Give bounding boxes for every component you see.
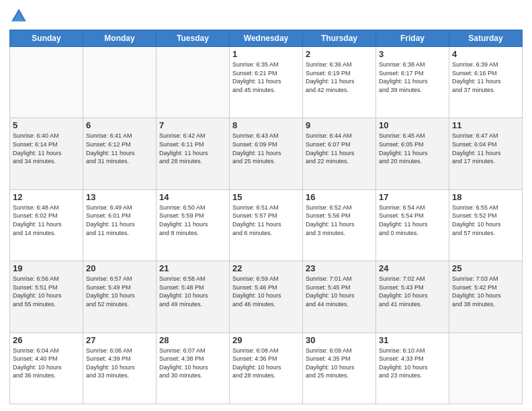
day-info: Sunrise: 6:54 AM Sunset: 5:54 PM Dayligh… — [379, 203, 446, 237]
day-info: Sunrise: 6:49 AM Sunset: 6:01 PM Dayligh… — [86, 203, 153, 237]
day-info: Sunrise: 6:43 AM Sunset: 6:09 PM Dayligh… — [232, 132, 300, 165]
day-number: 5 — [13, 120, 80, 130]
day-info: Sunrise: 6:42 AM Sunset: 6:11 PM Dayligh… — [159, 132, 226, 165]
day-number: 31 — [379, 335, 446, 345]
day-info: Sunrise: 6:08 AM Sunset: 4:36 PM Dayligh… — [232, 347, 300, 380]
day-info: Sunrise: 7:02 AM Sunset: 5:43 PM Dayligh… — [379, 275, 446, 308]
calendar-week-row: 5Sunrise: 6:40 AM Sunset: 6:14 PM Daylig… — [10, 118, 523, 189]
calendar-cell: 7Sunrise: 6:42 AM Sunset: 6:11 PM Daylig… — [157, 118, 230, 189]
day-info: Sunrise: 6:57 AM Sunset: 5:49 PM Dayligh… — [86, 275, 153, 308]
day-number: 24 — [379, 263, 446, 273]
calendar-week-row: 12Sunrise: 6:48 AM Sunset: 6:02 PM Dayli… — [10, 189, 523, 261]
day-info: Sunrise: 6:04 AM Sunset: 4:40 PM Dayligh… — [13, 347, 80, 380]
th-thursday: Thursday — [303, 30, 376, 47]
calendar-cell: 8Sunrise: 6:43 AM Sunset: 6:09 PM Daylig… — [230, 118, 303, 189]
day-info: Sunrise: 6:06 AM Sunset: 4:39 PM Dayligh… — [86, 347, 153, 380]
header — [9, 7, 523, 26]
calendar-cell: 30Sunrise: 6:09 AM Sunset: 4:35 PM Dayli… — [303, 332, 376, 404]
day-number: 28 — [159, 335, 226, 345]
day-number: 18 — [452, 192, 519, 202]
day-number: 14 — [159, 192, 226, 202]
day-number: 27 — [86, 335, 153, 345]
day-number: 29 — [232, 335, 300, 345]
calendar-cell: 29Sunrise: 6:08 AM Sunset: 4:36 PM Dayli… — [230, 332, 303, 404]
day-info: Sunrise: 6:55 AM Sunset: 5:52 PM Dayligh… — [452, 203, 519, 237]
calendar-cell — [157, 47, 230, 118]
day-number: 3 — [379, 49, 446, 59]
day-number: 21 — [159, 263, 226, 273]
day-number: 6 — [86, 120, 153, 130]
calendar-cell: 19Sunrise: 6:56 AM Sunset: 5:51 PM Dayli… — [10, 261, 83, 332]
page: Sunday Monday Tuesday Wednesday Thursday… — [0, 0, 532, 411]
day-info: Sunrise: 6:36 AM Sunset: 6:19 PM Dayligh… — [306, 60, 373, 94]
calendar-cell: 22Sunrise: 6:59 AM Sunset: 5:46 PM Dayli… — [230, 261, 303, 332]
calendar-week-row: 1Sunrise: 6:35 AM Sunset: 6:21 PM Daylig… — [10, 47, 523, 118]
day-info: Sunrise: 6:56 AM Sunset: 5:51 PM Dayligh… — [13, 275, 80, 308]
day-number: 23 — [306, 263, 373, 273]
day-number: 12 — [13, 192, 80, 202]
day-number: 26 — [13, 335, 80, 345]
calendar-cell: 28Sunrise: 6:07 AM Sunset: 4:38 PM Dayli… — [157, 332, 230, 404]
day-number: 17 — [379, 192, 446, 202]
calendar-cell: 25Sunrise: 7:03 AM Sunset: 5:42 PM Dayli… — [449, 261, 523, 332]
day-info: Sunrise: 7:01 AM Sunset: 5:45 PM Dayligh… — [306, 275, 373, 308]
day-info: Sunrise: 6:52 AM Sunset: 5:56 PM Dayligh… — [306, 203, 373, 237]
calendar-cell: 31Sunrise: 6:10 AM Sunset: 4:33 PM Dayli… — [376, 332, 449, 404]
calendar-cell: 27Sunrise: 6:06 AM Sunset: 4:39 PM Dayli… — [83, 332, 157, 404]
calendar-week-row: 19Sunrise: 6:56 AM Sunset: 5:51 PM Dayli… — [10, 261, 523, 332]
calendar-cell: 11Sunrise: 6:47 AM Sunset: 6:04 PM Dayli… — [449, 118, 523, 189]
day-number: 8 — [232, 120, 300, 130]
calendar-cell: 12Sunrise: 6:48 AM Sunset: 6:02 PM Dayli… — [10, 189, 83, 261]
calendar-cell: 17Sunrise: 6:54 AM Sunset: 5:54 PM Dayli… — [376, 189, 449, 261]
day-number: 15 — [232, 192, 300, 202]
day-info: Sunrise: 6:50 AM Sunset: 5:59 PM Dayligh… — [159, 203, 226, 237]
calendar-cell: 21Sunrise: 6:58 AM Sunset: 5:48 PM Dayli… — [157, 261, 230, 332]
day-number: 7 — [159, 120, 226, 130]
th-friday: Friday — [376, 30, 449, 47]
calendar-cell: 16Sunrise: 6:52 AM Sunset: 5:56 PM Dayli… — [303, 189, 376, 261]
day-number: 25 — [452, 263, 519, 273]
calendar-cell: 1Sunrise: 6:35 AM Sunset: 6:21 PM Daylig… — [230, 47, 303, 118]
calendar-cell: 14Sunrise: 6:50 AM Sunset: 5:59 PM Dayli… — [157, 189, 230, 261]
th-wednesday: Wednesday — [230, 30, 303, 47]
logo-icon — [9, 7, 28, 26]
calendar-cell: 15Sunrise: 6:51 AM Sunset: 5:57 PM Dayli… — [230, 189, 303, 261]
day-number: 10 — [379, 120, 446, 130]
day-number: 9 — [306, 120, 373, 130]
day-info: Sunrise: 6:09 AM Sunset: 4:35 PM Dayligh… — [306, 347, 373, 380]
calendar-cell: 18Sunrise: 6:55 AM Sunset: 5:52 PM Dayli… — [449, 189, 523, 261]
day-info: Sunrise: 6:59 AM Sunset: 5:46 PM Dayligh… — [232, 275, 300, 308]
calendar-cell: 6Sunrise: 6:41 AM Sunset: 6:12 PM Daylig… — [83, 118, 157, 189]
calendar-cell — [449, 332, 523, 404]
th-sunday: Sunday — [10, 30, 83, 47]
day-number: 22 — [232, 263, 300, 273]
day-info: Sunrise: 6:51 AM Sunset: 5:57 PM Dayligh… — [232, 203, 300, 237]
calendar-week-row: 26Sunrise: 6:04 AM Sunset: 4:40 PM Dayli… — [10, 332, 523, 404]
day-number: 20 — [86, 263, 153, 273]
calendar: Sunday Monday Tuesday Wednesday Thursday… — [9, 30, 523, 404]
calendar-cell: 26Sunrise: 6:04 AM Sunset: 4:40 PM Dayli… — [10, 332, 83, 404]
logo — [9, 7, 31, 26]
day-info: Sunrise: 6:47 AM Sunset: 6:04 PM Dayligh… — [452, 132, 519, 165]
day-number: 11 — [452, 120, 519, 130]
day-info: Sunrise: 6:45 AM Sunset: 6:05 PM Dayligh… — [379, 132, 446, 165]
day-info: Sunrise: 6:40 AM Sunset: 6:14 PM Dayligh… — [13, 132, 80, 165]
calendar-cell: 20Sunrise: 6:57 AM Sunset: 5:49 PM Dayli… — [83, 261, 157, 332]
calendar-cell: 24Sunrise: 7:02 AM Sunset: 5:43 PM Dayli… — [376, 261, 449, 332]
th-monday: Monday — [83, 30, 157, 47]
day-number: 2 — [306, 49, 373, 59]
calendar-cell: 23Sunrise: 7:01 AM Sunset: 5:45 PM Dayli… — [303, 261, 376, 332]
day-number: 19 — [13, 263, 80, 273]
day-number: 30 — [306, 335, 373, 345]
calendar-cell: 5Sunrise: 6:40 AM Sunset: 6:14 PM Daylig… — [10, 118, 83, 189]
th-tuesday: Tuesday — [157, 30, 230, 47]
day-info: Sunrise: 6:44 AM Sunset: 6:07 PM Dayligh… — [306, 132, 373, 165]
day-info: Sunrise: 6:07 AM Sunset: 4:38 PM Dayligh… — [159, 347, 226, 380]
weekday-header-row: Sunday Monday Tuesday Wednesday Thursday… — [10, 30, 523, 47]
calendar-cell: 3Sunrise: 6:38 AM Sunset: 6:17 PM Daylig… — [376, 47, 449, 118]
day-info: Sunrise: 7:03 AM Sunset: 5:42 PM Dayligh… — [452, 275, 519, 308]
calendar-cell: 4Sunrise: 6:39 AM Sunset: 6:16 PM Daylig… — [449, 47, 523, 118]
day-info: Sunrise: 6:41 AM Sunset: 6:12 PM Dayligh… — [86, 132, 153, 165]
calendar-cell: 2Sunrise: 6:36 AM Sunset: 6:19 PM Daylig… — [303, 47, 376, 118]
th-saturday: Saturday — [449, 30, 523, 47]
